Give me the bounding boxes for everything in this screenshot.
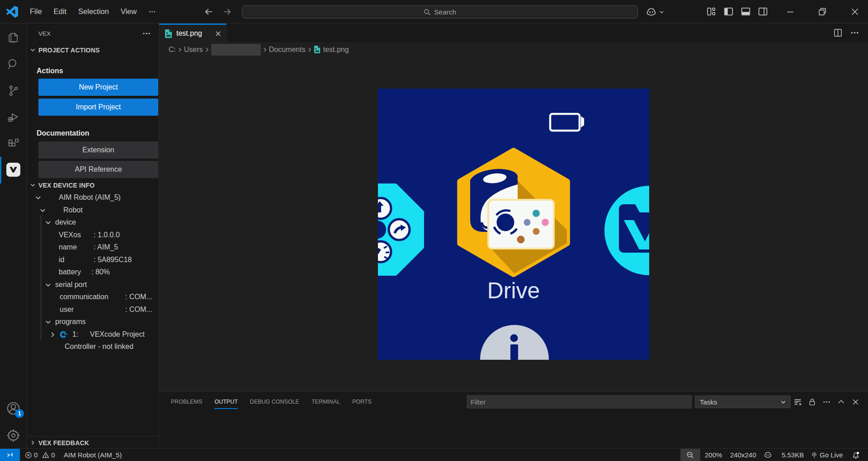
zoom-out-icon (686, 451, 694, 459)
window-restore-button[interactable] (809, 0, 835, 23)
zoom-out-button[interactable] (680, 449, 700, 461)
tree-row[interactable]: name: AIM_5 (27, 241, 159, 254)
problems-status[interactable]: 0 0 (25, 449, 55, 461)
window-minimize-button[interactable] (777, 0, 803, 23)
copilot-icon (646, 6, 657, 18)
image-dimensions-status[interactable]: 240x240 (730, 449, 756, 461)
tree-label: AIM Robot (AIM_5) (59, 191, 121, 204)
panel-tabs: PROBLEMSOUTPUTDEBUG CONSOLETERMINALPORTS (171, 392, 372, 412)
breadcrumb-item[interactable]: C: (169, 46, 176, 54)
activity-search[interactable] (0, 51, 26, 77)
go-live-button[interactable]: Go Live (811, 449, 843, 461)
tree-row[interactable]: user: COM... (27, 303, 159, 316)
section-project-actions[interactable]: PROJECT ACTIONS (27, 44, 159, 56)
more-actions-icon[interactable] (849, 28, 860, 38)
clear-output-icon[interactable] (793, 397, 802, 407)
lock-scroll-icon[interactable] (807, 397, 817, 407)
import-project-button[interactable]: Import Project (38, 99, 158, 116)
tree-row[interactable]: Robot (27, 204, 159, 216)
breadcrumb-item[interactable]: test.png (323, 46, 349, 54)
tree-row[interactable]: Controller - not linked (27, 340, 159, 353)
panel-tab-output[interactable]: OUTPUT (214, 399, 237, 405)
panel-more-icon[interactable] (822, 397, 831, 407)
close-panel-icon[interactable] (851, 397, 860, 407)
section-vex-feedback[interactable]: VEX FEEDBACK (27, 436, 159, 449)
breadcrumb-separator-icon (307, 47, 313, 53)
nav-forward-icon[interactable] (222, 6, 232, 17)
device-name: AIM Robot (AIM_5) (64, 451, 122, 459)
extension-docs-button[interactable]: Extension (38, 141, 158, 159)
program-name-label: Drive (487, 278, 540, 303)
device-status[interactable]: AIM Robot (AIM_5) (64, 449, 122, 461)
maximize-panel-icon[interactable] (836, 397, 846, 407)
tree-row[interactable]: programs (27, 315, 159, 328)
tab-test-png[interactable]: test.png (159, 24, 226, 42)
tab-close-icon[interactable] (214, 29, 222, 38)
zoom-level-status[interactable]: 200% (705, 449, 722, 461)
remote-indicator[interactable] (0, 449, 20, 461)
accounts-button[interactable]: 1 (0, 395, 26, 421)
panel-tab-problems[interactable]: PROBLEMS (171, 399, 202, 405)
menu-view[interactable]: View (115, 4, 142, 19)
editor-actions (833, 24, 860, 42)
tree-row[interactable]: 1:VEXcode Project (27, 328, 159, 341)
copilot-status[interactable] (764, 449, 772, 461)
split-editor-icon[interactable] (833, 28, 843, 38)
accounts-badge: 1 (15, 409, 24, 418)
section-vex-device-info[interactable]: VEX DEVICE INFO (27, 179, 159, 191)
panel-tab-debug-console[interactable]: DEBUG CONSOLE (250, 399, 299, 405)
chevron-down-icon (30, 182, 36, 188)
tree-row[interactable]: VEXos: 1.0.0.0 (27, 229, 159, 241)
new-project-button[interactable]: New Project (38, 79, 158, 96)
breadcrumb-separator-icon (177, 47, 183, 53)
breadcrumb-redacted-user[interactable] (211, 44, 261, 56)
search-placeholder: Search (434, 8, 456, 16)
extensions-icon (6, 136, 21, 151)
tree-row[interactable]: AIM Robot (AIM_5) (27, 191, 159, 204)
menubar: FileEditSelectionView (24, 0, 162, 23)
menu-edit[interactable]: Edit (48, 4, 72, 19)
menu-selection[interactable]: Selection (72, 4, 115, 19)
toggle-sidebar-icon[interactable] (723, 6, 734, 17)
activity-source-control[interactable] (0, 77, 26, 103)
tree-row[interactable]: communication: COM... (27, 291, 159, 303)
tab-label: test.png (176, 29, 202, 38)
output-channel-select[interactable]: Tasks (695, 395, 791, 408)
panel-tab-ports[interactable]: PORTS (352, 399, 372, 405)
tree-label: programs (55, 315, 86, 328)
menu-more-icon[interactable] (142, 4, 162, 19)
output-filter-input[interactable] (467, 395, 692, 409)
activity-extensions[interactable] (0, 130, 26, 156)
tree-row[interactable]: battery: 80% (27, 266, 159, 278)
activity-explorer[interactable] (0, 24, 26, 51)
panel-tab-terminal[interactable]: TERMINAL (311, 399, 340, 405)
sidebar-more-icon[interactable] (142, 29, 151, 38)
settings-gear-button[interactable] (0, 422, 26, 448)
tree-label: device (55, 216, 76, 229)
nav-back-icon[interactable] (203, 6, 214, 17)
copilot-menu[interactable] (646, 6, 669, 18)
notifications-bell[interactable] (852, 449, 860, 461)
activity-vex[interactable] (0, 156, 26, 183)
panel-actions (793, 392, 860, 412)
tree-row[interactable]: id: 5A895C18 (27, 254, 159, 266)
drive-program-image: Drive (378, 89, 649, 360)
chevron-down-icon (45, 219, 52, 226)
editor-group: test.png C:UsersDocumentstest.png (159, 24, 868, 448)
output-channel-value: Tasks (700, 398, 717, 406)
menu-file[interactable]: File (24, 4, 48, 19)
tree-row[interactable]: device (27, 216, 159, 229)
api-reference-button[interactable]: API Reference (38, 161, 158, 178)
toggle-secondary-sidebar-icon[interactable] (757, 6, 769, 17)
toggle-panel-icon[interactable] (740, 6, 751, 17)
customize-layout-icon[interactable] (706, 6, 717, 17)
breadcrumb-item[interactable]: Documents (269, 46, 306, 54)
tree-row[interactable]: serial port (27, 278, 159, 291)
breadcrumb-item[interactable]: Users (184, 46, 203, 54)
activity-run-and-debug[interactable] (0, 103, 26, 130)
window-close-button[interactable] (842, 0, 868, 23)
command-center-search[interactable]: Search (242, 5, 638, 19)
run-debug-icon (6, 109, 21, 124)
chevron-right-icon (30, 440, 36, 446)
image-size-status[interactable]: 5.53KB (782, 449, 804, 461)
